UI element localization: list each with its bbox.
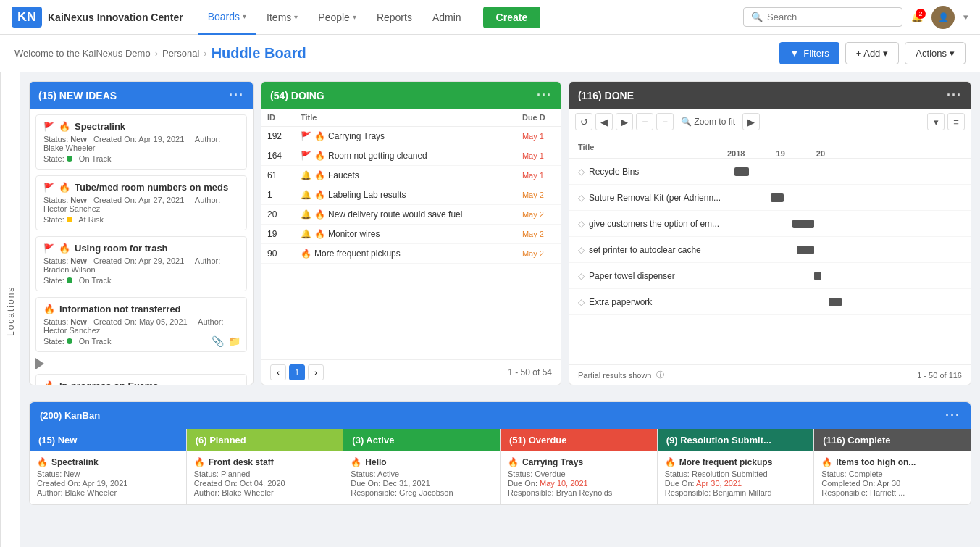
doing-menu[interactable]: ··· xyxy=(537,88,552,103)
flame-icon: 🔥 xyxy=(821,457,832,467)
gantt-refresh-button[interactable]: ↺ xyxy=(575,113,592,130)
nav-admin[interactable]: Admin xyxy=(422,0,472,35)
idea-card[interactable]: 🔥 In-progress on Exams Status: New Creat… xyxy=(35,374,247,385)
gantt-title-row[interactable]: ◇ Suture Removal Kit (per Adrienn... xyxy=(569,185,721,211)
breadcrumb-root[interactable]: Welcome to the KaiNexus Demo xyxy=(14,48,151,59)
nav-items-menu[interactable]: Items ▾ xyxy=(256,0,308,35)
filter-icon: ▼ xyxy=(790,48,799,59)
gantt-prev-button[interactable]: ◀ xyxy=(595,113,613,130)
done-menu[interactable]: ··· xyxy=(947,88,962,103)
row-title: More frequent pickups xyxy=(314,249,401,259)
flag-icon: 🚩 xyxy=(43,183,54,193)
breadcrumb-sep-2: › xyxy=(204,48,206,59)
expand-col xyxy=(35,358,247,369)
nav-reports[interactable]: Reports xyxy=(367,0,422,35)
row-title: Room not getting cleaned xyxy=(328,151,427,161)
kanban-card[interactable]: 🔥 Items too high on... Status: Complete … xyxy=(814,451,971,504)
kanban-card[interactable]: 🔥 More frequent pickups Status: Resoluti… xyxy=(658,451,814,504)
gantt-bar xyxy=(792,220,814,228)
gantt-bar-row xyxy=(721,211,971,237)
diamond-icon: ◇ xyxy=(578,167,585,177)
card-title: Items too high on... xyxy=(836,457,916,467)
actions-button[interactable]: Actions ▾ xyxy=(905,42,966,64)
row-id: 164 xyxy=(267,151,282,161)
table-row[interactable]: 1 🔔🔥Labeling Lab results May 2 xyxy=(261,185,561,205)
avatar[interactable]: 👤 xyxy=(931,6,955,29)
new-ideas-menu[interactable]: ··· xyxy=(229,88,244,103)
filters-button[interactable]: ▼ Filters xyxy=(779,42,839,64)
gantt-right-button[interactable]: ▶ xyxy=(742,113,760,130)
prev-page-button[interactable]: ‹ xyxy=(270,364,286,380)
paperclip-icon: 📎 xyxy=(212,335,224,347)
idea-card[interactable]: 🔥 Information not transferred Status: Ne… xyxy=(35,297,247,352)
search-input[interactable] xyxy=(767,12,895,22)
doing-page-info: 1 - 50 of 54 xyxy=(508,367,552,377)
table-row[interactable]: 20 🔔🔥New delivery route would save fuel … xyxy=(261,205,561,225)
gantt-chevron-button[interactable]: ▾ xyxy=(927,113,945,130)
flag-icon: 🚩 xyxy=(301,131,311,141)
gantt-toolbar: ↺ ◀ ▶ ＋ － 🔍 Zoom to fit ▶ ▾ ≡ xyxy=(569,109,971,135)
card-title: Spectralink xyxy=(75,121,125,132)
huddle-row: (15) NEW IDEAS ··· 🚩 🔥 Spectralink Statu… xyxy=(29,81,971,385)
table-row[interactable]: 61 🔔🔥Faucets May 1 xyxy=(261,166,561,185)
gantt-next-button[interactable]: ▶ xyxy=(616,113,633,130)
gantt-list-button[interactable]: ≡ xyxy=(947,113,965,130)
idea-card[interactable]: 🚩 🔥 Tube/med room numbers on meds Status… xyxy=(35,175,247,230)
kanban-card[interactable]: 🔥 Hello Status: Active Due On: Dec 31, 2… xyxy=(343,451,500,504)
kanban-col-active: (3) Active 🔥 Hello Status: Active Due On… xyxy=(343,429,501,504)
card-title: Spectralink xyxy=(51,457,99,467)
app-title: KaiNexus Innovation Center xyxy=(48,12,183,23)
breadcrumb: Welcome to the KaiNexus Demo › Personal … xyxy=(14,45,306,62)
table-row[interactable]: 164 🚩🔥Room not getting cleaned May 1 xyxy=(261,146,561,166)
item-icon: 🔥 xyxy=(301,249,311,259)
breadcrumb-bar: Welcome to the KaiNexus Demo › Personal … xyxy=(0,35,980,72)
flame-icon: 🔥 xyxy=(37,457,48,467)
kanban-col-header: (9) Resolution Submit... xyxy=(658,429,814,451)
user-chevron-icon[interactable]: ▾ xyxy=(963,12,968,22)
add-button[interactable]: + Add ▾ xyxy=(845,42,900,64)
expand-button[interactable] xyxy=(35,358,44,369)
next-page-button[interactable]: › xyxy=(308,364,324,380)
flame-icon: 🔥 xyxy=(43,380,55,385)
gantt-zoom-fit-button[interactable]: 🔍 Zoom to fit xyxy=(677,117,740,127)
kanban-card[interactable]: 🔥 Spectralink Status: New Created On: Ap… xyxy=(30,451,186,504)
table-row[interactable]: 90 🔥More frequent pickups May 2 xyxy=(261,244,561,264)
gantt-title-row[interactable]: ◇ give customers the option of em... xyxy=(569,211,721,237)
idea-card[interactable]: 🚩 🔥 Spectralink Status: New Created On: … xyxy=(35,114,247,170)
kanban-col-header: (116) Complete xyxy=(814,429,971,451)
due-date: May 2 xyxy=(522,210,544,219)
breadcrumb-parent[interactable]: Personal xyxy=(162,48,199,59)
row-id: 90 xyxy=(267,249,277,259)
gantt-title-row[interactable]: ◇ Extra paperwork xyxy=(569,289,721,315)
row-id: 1 xyxy=(267,190,272,200)
idea-card[interactable]: 🚩 🔥 Using room for trash Status: New Cre… xyxy=(35,236,247,291)
page-1-button[interactable]: 1 xyxy=(289,364,305,380)
col-id: ID xyxy=(261,109,295,127)
partial-results: Partial results shown ⓘ 1 - 50 of 116 xyxy=(569,364,971,385)
nav-boards[interactable]: Boards ▾ xyxy=(198,0,256,35)
card-title: Information not transferred xyxy=(59,304,181,314)
gantt-body: Title ◇ Recycle Bins ◇ Suture Removal Ki… xyxy=(569,135,971,364)
table-row[interactable]: 19 🔔🔥Monitor wires May 2 xyxy=(261,225,561,244)
flame-icon: 🔥 xyxy=(508,457,519,467)
search-box[interactable]: 🔍 xyxy=(743,7,902,27)
nav-items: Boards ▾ Items ▾ People ▾ Reports Admin … xyxy=(198,0,541,35)
notification-bell[interactable]: 🔔 2 xyxy=(911,12,923,22)
kanban-card[interactable]: 🔥 Carrying Trays Status: Overdue Due On:… xyxy=(501,451,657,504)
flame-icon: 🔥 xyxy=(59,182,70,193)
diamond-icon: ◇ xyxy=(578,219,585,229)
nav-people[interactable]: People ▾ xyxy=(308,0,367,35)
kanban-menu[interactable]: ··· xyxy=(945,408,960,423)
gantt-title-row[interactable]: ◇ Recycle Bins xyxy=(569,159,721,185)
gantt-bar xyxy=(829,298,842,306)
create-button[interactable]: Create xyxy=(483,7,541,28)
gantt-zoom-in-button[interactable]: ＋ xyxy=(636,113,653,130)
table-row[interactable]: 192 🚩🔥Carrying Trays May 1 xyxy=(261,127,561,146)
logo-area: KN KaiNexus Innovation Center xyxy=(12,7,183,28)
item-icon: 🔥 xyxy=(314,151,325,161)
kanban-card[interactable]: 🔥 Front desk staff Status: Planned Creat… xyxy=(187,451,343,504)
gantt-title-row[interactable]: ◇ set printer to autoclear cache xyxy=(569,237,721,263)
doing-column: (54) DOING ··· ID Title Due D xyxy=(261,81,561,385)
gantt-title-row[interactable]: ◇ Paper towel dispenser xyxy=(569,263,721,289)
gantt-zoom-out-button[interactable]: － xyxy=(656,113,674,130)
